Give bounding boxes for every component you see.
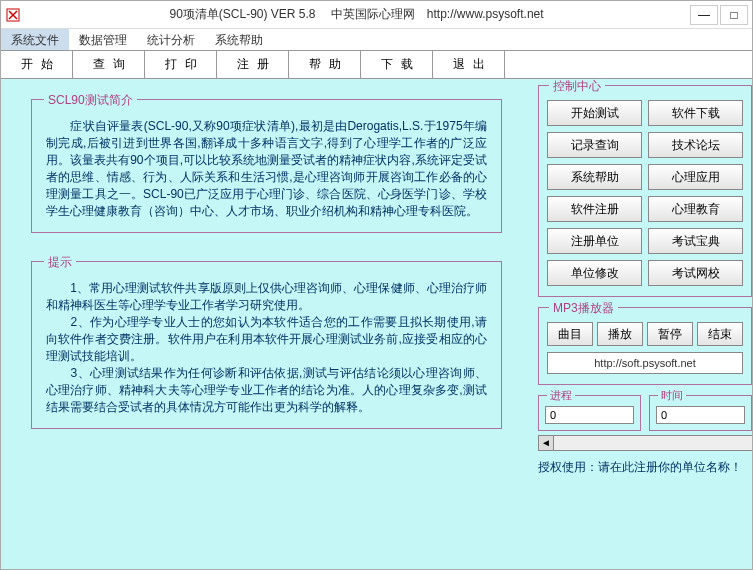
scroll-track[interactable] xyxy=(554,435,752,451)
mp3-track-button[interactable]: 曲目 xyxy=(547,322,593,346)
intro-text: 症状自评量表(SCL-90,又称90项症状清单),最初是由Derogatis,L… xyxy=(46,118,487,220)
software-register-button[interactable]: 软件注册 xyxy=(547,196,642,222)
intro-title: SCL90测试简介 xyxy=(44,92,137,109)
mp3-stop-button[interactable]: 结束 xyxy=(697,322,743,346)
psychology-app-button[interactable]: 心理应用 xyxy=(648,164,743,190)
toolbar-download[interactable]: 下载 xyxy=(361,51,433,78)
start-test-button[interactable]: 开始测试 xyxy=(547,100,642,126)
toolbar-register[interactable]: 注册 xyxy=(217,51,289,78)
scroll-left-arrow[interactable]: ◄ xyxy=(538,435,554,451)
progress-title: 进程 xyxy=(547,388,575,403)
menu-stat-analysis[interactable]: 统计分析 xyxy=(137,29,205,50)
tips-title: 提示 xyxy=(44,254,76,271)
tech-forum-button[interactable]: 技术论坛 xyxy=(648,132,743,158)
menu-data-manage[interactable]: 数据管理 xyxy=(69,29,137,50)
system-help-button[interactable]: 系统帮助 xyxy=(547,164,642,190)
mp3-player: MP3播放器 曲目 播放 暂停 结束 http://soft.psysoft.n… xyxy=(538,307,752,385)
psychology-edu-button[interactable]: 心理教育 xyxy=(648,196,743,222)
progress-value: 0 xyxy=(545,406,634,424)
software-download-button[interactable]: 软件下载 xyxy=(648,100,743,126)
time-value: 0 xyxy=(656,406,745,424)
time-box: 时间 0 xyxy=(649,395,752,431)
menubar: 系统文件 数据管理 统计分析 系统帮助 xyxy=(1,29,752,51)
app-icon xyxy=(5,7,21,23)
maximize-button[interactable]: □ xyxy=(720,5,748,25)
toolbar: 开始 查询 打印 注册 帮助 下载 退出 xyxy=(1,51,752,79)
tips-text: 1、常用心理测试软件共享版原则上仅供心理咨询师、心理保健师、心理治疗师和精神科医… xyxy=(46,280,487,416)
record-query-button[interactable]: 记录查询 xyxy=(547,132,642,158)
control-center-title: 控制中心 xyxy=(549,79,605,95)
mp3-url: http://soft.psysoft.net xyxy=(547,352,743,374)
mp3-pause-button[interactable]: 暂停 xyxy=(647,322,693,346)
toolbar-query[interactable]: 查询 xyxy=(73,51,145,78)
toolbar-start[interactable]: 开始 xyxy=(1,51,73,78)
exam-treasure-button[interactable]: 考试宝典 xyxy=(648,228,743,254)
menu-system-help[interactable]: 系统帮助 xyxy=(205,29,273,50)
control-center: 控制中心 开始测试 软件下载 记录查询 技术论坛 系统帮助 心理应用 软件注册 … xyxy=(538,85,752,297)
minimize-button[interactable]: ― xyxy=(690,5,718,25)
toolbar-exit[interactable]: 退出 xyxy=(433,51,505,78)
intro-group: SCL90测试简介 症状自评量表(SCL-90,又称90项症状清单),最初是由D… xyxy=(31,99,502,233)
tips-group: 提示 1、常用心理测试软件共享版原则上仅供心理咨询师、心理保健师、心理治疗师和精… xyxy=(31,261,502,429)
main-panel: SCL90测试简介 症状自评量表(SCL-90,又称90项症状清单),最初是由D… xyxy=(1,79,532,569)
window-title: 90项清单(SCL-90) VER 5.8 中英国际心理网 http://www… xyxy=(169,6,543,23)
exam-school-button[interactable]: 考试网校 xyxy=(648,260,743,286)
horizontal-scrollbar[interactable]: ◄ xyxy=(538,435,752,451)
progress-box: 进程 0 xyxy=(538,395,641,431)
mp3-title: MP3播放器 xyxy=(549,300,618,317)
menu-system-file[interactable]: 系统文件 xyxy=(1,29,69,50)
auth-text: 授权使用：请在此注册你的单位名称！ xyxy=(538,459,752,476)
time-title: 时间 xyxy=(658,388,686,403)
register-unit-button[interactable]: 注册单位 xyxy=(547,228,642,254)
toolbar-help[interactable]: 帮助 xyxy=(289,51,361,78)
unit-modify-button[interactable]: 单位修改 xyxy=(547,260,642,286)
titlebar: 90项清单(SCL-90) VER 5.8 中英国际心理网 http://www… xyxy=(1,1,752,29)
mp3-play-button[interactable]: 播放 xyxy=(597,322,643,346)
toolbar-print[interactable]: 打印 xyxy=(145,51,217,78)
side-panel: 控制中心 开始测试 软件下载 记录查询 技术论坛 系统帮助 心理应用 软件注册 … xyxy=(532,79,752,569)
